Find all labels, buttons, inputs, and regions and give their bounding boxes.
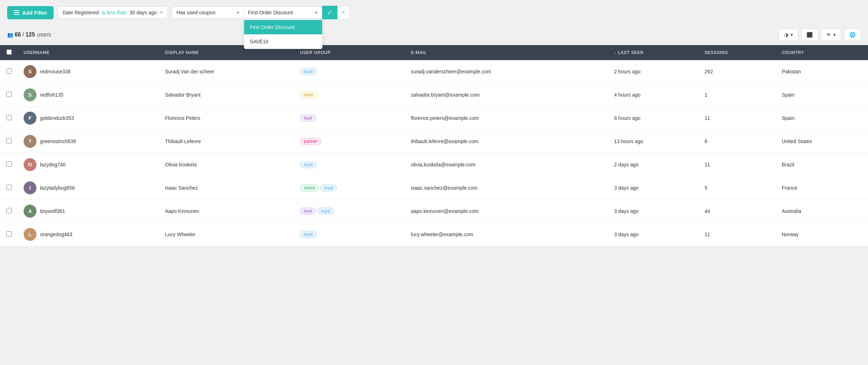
header-last-seen[interactable]: ↓ LAST SEEN [608,45,699,60]
add-filter-button[interactable]: Add Filter [7,6,54,19]
row-sessions-cell: 11 [699,107,776,130]
select-all-checkbox[interactable] [6,49,12,55]
header-country[interactable]: COUNTRY [776,45,868,60]
filter-field-label: Date Registered [63,10,99,15]
user-group-tag: loyal [317,208,334,215]
coupon-value-arrow-icon: ▾ [315,10,317,15]
user-group-tag: team [300,91,317,98]
pie-chart-button[interactable]: ◑ ▾ [779,29,798,41]
row-country-cell: Norway [776,223,868,246]
row-display-name-cell: Salvador Bryant [159,83,294,107]
row-last-seen-cell: 8 hours ago [608,107,699,130]
row-display-name-cell: Thibault Lefevre [159,130,294,153]
row-sessions-cell: 11 [699,223,776,246]
row-checkbox-cell [0,200,18,223]
cancel-icon: × [342,9,345,15]
username-label[interactable]: tinywolf361 [40,208,65,214]
date-registered-filter-chip[interactable]: Date Registered is less than 30 days ago… [58,6,168,19]
username-label[interactable]: goldenduck353 [40,115,74,121]
filter-icon [14,10,19,15]
row-username-cell: Ilazyladybug656 [18,176,159,200]
avatar: S [24,88,36,101]
row-checkbox[interactable] [6,208,12,213]
row-username-cell: Tgreenostrich839 [18,130,159,153]
row-checkbox[interactable] [6,138,12,143]
username-label[interactable]: orangedog463 [40,232,72,237]
export-button[interactable]: ⬛ [801,29,818,41]
table-row: Lorangedog463Lucy Wheelerloyallucy.wheel… [0,223,868,246]
row-checkbox-cell [0,176,18,200]
row-sessions-cell: 5 [699,176,776,200]
row-last-seen-cell: 3 days ago [608,223,699,246]
user-group-tag: loyal [300,161,317,168]
filter-operator-label: is less than [102,10,127,15]
row-display-name-cell: Olivia Koskela [159,153,294,176]
row-checkbox[interactable] [6,68,12,74]
row-last-seen-cell: 2 days ago [608,153,699,176]
row-checkbox[interactable] [6,92,12,97]
row-username-cell: Sredmouse338 [18,60,159,83]
row-email-cell: isaac.sanchez@example.com [405,176,608,200]
row-last-seen-cell: 4 hours ago [608,83,699,107]
row-sessions-cell: 1 [699,83,776,107]
pie-chart-icon: ◑ [784,32,788,38]
header-checkbox-col [0,45,18,60]
row-checkbox[interactable] [6,185,12,190]
avatar: O [24,158,36,171]
row-checkbox[interactable] [6,161,12,167]
row-email-cell: florence.peters@example.com [405,107,608,130]
row-display-name-cell: Isaac Sanchez [159,176,294,200]
row-user-group-cell: lead [294,107,405,130]
coupon-filter-group: Has used coupon ▾ First Order Discount ▾… [172,6,350,19]
row-display-name-cell: Suradj Van der scheer [159,60,294,83]
globe-button[interactable]: 🌐 [844,29,861,41]
row-email-cell: thibault.lefevre@example.com [405,130,608,153]
add-filter-label: Add Filter [22,10,47,16]
username-label[interactable]: lazydog740 [40,162,66,167]
coupon-type-select[interactable]: Has used coupon ▾ [172,6,243,19]
date-filter-close-button[interactable]: × [160,10,163,15]
table-header-row: USERNAME DISPLAY NAME USER GROUP E-MAIL … [0,45,868,60]
coupon-option-first-order-discount[interactable]: First Order Discount [244,20,322,34]
coupon-filter-cancel-button[interactable]: × [337,6,350,19]
row-email-cell: aapo.kinnunen@example.com [405,200,608,223]
row-email-cell: suradj.vanderscheer@example.com [405,60,608,83]
row-user-group-cell: partner [294,130,405,153]
globe-icon: 🌐 [849,32,855,38]
view-button[interactable]: 👁 ▾ [821,29,841,41]
coupon-option-save10[interactable]: SAVE10 [244,34,322,49]
row-checkbox[interactable] [6,231,12,237]
pie-chart-arrow: ▾ [790,32,793,38]
table-row: Tgreenostrich839Thibault Lefevrepartnert… [0,130,868,153]
users-total-count: 125 [25,31,35,38]
row-country-cell: Brazil [776,153,868,176]
user-group-tag: active [300,184,319,191]
row-country-cell: France [776,176,868,200]
header-email[interactable]: E-MAIL [405,45,608,60]
avatar: L [24,228,36,241]
row-sessions-cell: 44 [699,200,776,223]
username-label[interactable]: lazyladybug656 [40,185,75,191]
row-sessions-cell: 6 [699,130,776,153]
table-row: Sredmouse338Suradj Van der scheerloyalsu… [0,60,868,83]
row-checkbox-cell [0,223,18,246]
username-label[interactable]: redfish135 [40,92,63,98]
header-sessions[interactable]: SESSIONS [699,45,776,60]
view-arrow: ▾ [833,32,836,38]
top-bar: Add Filter Date Registered is less than … [0,0,868,25]
coupon-filter-confirm-button[interactable]: ✓ [322,6,337,19]
username-label[interactable]: redmouse338 [40,69,71,74]
avatar: S [24,65,36,78]
table-row: Sredfish135Salvador Bryantteamsalvador.b… [0,83,868,107]
coupon-value-select[interactable]: First Order Discount ▾ First Order Disco… [243,6,322,19]
export-icon: ⬛ [807,32,813,38]
row-sessions-cell: 11 [699,153,776,176]
row-checkbox[interactable] [6,115,12,120]
table-row: Atinywolf361Aapo Kinnunenleadloyalaapo.k… [0,200,868,223]
row-last-seen-cell: 3 days ago [608,176,699,200]
table-row: Ilazyladybug656Isaac Sanchezactiveloyali… [0,176,868,200]
coupon-value-label: First Order Discount [248,10,293,15]
row-email-cell: olivia.koskela@example.com [405,153,608,176]
username-label[interactable]: greenostrich839 [40,138,76,144]
header-username[interactable]: USERNAME [18,45,159,60]
